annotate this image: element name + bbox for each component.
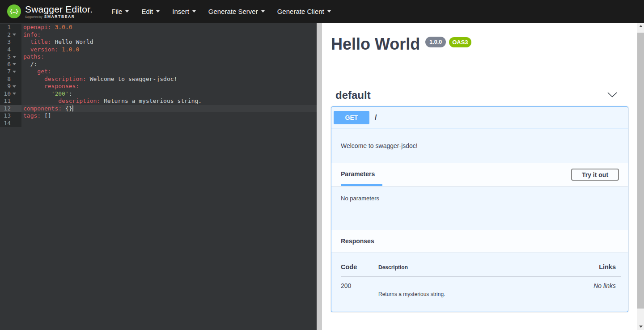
menu-item[interactable]: File <box>111 8 129 15</box>
code-token-plain <box>23 83 44 89</box>
editor-gutter-cell[interactable]: 3 <box>0 38 21 46</box>
editor-gutter-cell[interactable]: 5 <box>0 53 21 61</box>
tag-name: default <box>331 89 371 102</box>
editor-gutter-cell[interactable]: 14 <box>0 120 21 127</box>
tag-section-header[interactable]: default <box>331 86 628 104</box>
editor-lines: 1 openapi: 3.0.0 2 info: 3 title: Hello … <box>0 23 317 127</box>
editor-gutter-cell[interactable]: 12 <box>0 105 21 113</box>
editor-line-text: components: {} <box>21 105 317 113</box>
editor-line-text <box>21 120 317 127</box>
editor-gutter-cell[interactable]: 2 <box>0 31 21 39</box>
code-token-plain <box>23 46 30 53</box>
triangle-up-icon <box>639 25 643 27</box>
response-code: 200 <box>341 277 378 289</box>
code-token-key: info: <box>23 31 41 38</box>
responses-table-rows: 200 Returns a mysterious string. No link… <box>341 277 621 297</box>
caret-down-icon <box>125 10 129 13</box>
column-header-description: Description <box>378 264 572 271</box>
operation-path: / <box>375 114 377 122</box>
scrollbar-down-arrow[interactable] <box>637 323 644 330</box>
fold-arrow-icon[interactable] <box>13 56 16 58</box>
api-badges: 1.0.0 OAS3 <box>425 37 471 47</box>
response-row: 200 Returns a mysterious string. No link… <box>341 277 621 297</box>
line-number: 4 <box>7 46 11 54</box>
editor-line[interactable]: 9 responses: <box>0 83 317 90</box>
editor-line[interactable]: 10 '200': <box>0 90 317 98</box>
editor-line[interactable]: 12 components: {} <box>0 105 317 113</box>
editor-line-text: info: <box>21 31 317 39</box>
editor-line-text: title: Hello World <box>21 38 317 46</box>
editor-line-text: paths: <box>21 53 317 61</box>
editor-line[interactable]: 8 description: Welcome to swagger-jsdoc! <box>0 76 317 83</box>
caret-down-icon <box>156 10 160 13</box>
preview-scrollbar[interactable] <box>637 23 644 330</box>
pane-splitter[interactable] <box>317 23 322 330</box>
editor-line-text: '200': <box>21 90 317 98</box>
editor-line-text: description: Returns a mysterious string… <box>21 97 317 105</box>
editor-line[interactable]: 11 description: Returns a mysterious str… <box>0 97 317 105</box>
editor-line-text: tags: [] <box>21 112 317 120</box>
editor-line[interactable]: 7 get: <box>0 68 317 76</box>
menu-item-label: Generate Server <box>208 8 258 15</box>
chevron-down-icon[interactable] <box>607 91 617 99</box>
editor-line-text: get: <box>21 68 317 76</box>
fold-arrow-icon[interactable] <box>13 63 16 65</box>
editor-gutter-cell[interactable]: 9 <box>0 83 21 90</box>
editor-gutter-cell[interactable]: 6 <box>0 61 21 68</box>
editor-line[interactable]: 6 /: <box>0 61 317 68</box>
column-header-links: Links <box>572 263 621 271</box>
editor-line[interactable]: 1 openapi: 3.0.0 <box>0 24 317 31</box>
editor-gutter-cell[interactable]: 7 <box>0 68 21 76</box>
tab-parameters[interactable]: Parameters <box>341 163 382 186</box>
fold-arrow-icon[interactable] <box>13 93 16 95</box>
menu-item-label: Generate Client <box>277 8 324 15</box>
code-token-key: version: <box>30 46 59 53</box>
fold-arrow-icon[interactable] <box>13 71 16 73</box>
try-it-out-button[interactable]: Try it out <box>571 169 619 181</box>
code-token-key: title: <box>30 38 51 45</box>
editor-line[interactable]: 5 paths: <box>0 53 317 61</box>
line-number: 10 <box>4 90 11 98</box>
menu-bar: File Edit Insert Generate Server Generat… <box>111 8 331 15</box>
responses-body: Code Description Links 200 Returns a mys… <box>331 252 628 312</box>
line-number: 12 <box>4 105 11 113</box>
editor-line[interactable]: 14 <box>0 120 317 127</box>
response-description: Returns a mysterious string. <box>378 277 572 297</box>
fold-arrow-icon[interactable] <box>13 34 16 36</box>
menu-item[interactable]: Generate Client <box>277 8 331 15</box>
menu-item[interactable]: Insert <box>172 8 196 15</box>
editor-line[interactable]: 13 tags: [] <box>0 112 317 120</box>
code-token-key: responses: <box>44 83 79 89</box>
code-token-num: 1.0.0 <box>62 46 79 53</box>
editor-line[interactable]: 2 info: <box>0 31 317 39</box>
editor-line-text: responses: <box>21 83 317 90</box>
code-token-str: '200' <box>51 90 69 97</box>
editor-gutter-cell[interactable]: 13 <box>0 112 21 120</box>
menu-item[interactable]: Generate Server <box>208 8 265 15</box>
operation-description-text: Welcome to swagger-jsdoc! <box>341 142 418 149</box>
editor-gutter-cell[interactable]: 10 <box>0 90 21 98</box>
menu-item[interactable]: Edit <box>141 8 160 15</box>
http-method-badge: GET <box>334 111 369 124</box>
editor-gutter-cell[interactable]: 11 <box>0 97 21 105</box>
code-editor[interactable]: 1 openapi: 3.0.0 2 info: 3 title: Hello … <box>0 23 317 330</box>
editor-line[interactable]: 4 version: 1.0.0 <box>0 46 317 54</box>
code-token-plain: Hello World <box>51 38 93 45</box>
editor-gutter-cell[interactable]: 1 <box>0 24 21 31</box>
api-title: Hello World <box>331 34 420 54</box>
caret-down-icon <box>327 10 331 13</box>
editor-gutter-cell[interactable]: 4 <box>0 46 21 54</box>
supported-by-label: Supported by <box>25 15 42 18</box>
editor-gutter-cell[interactable]: 8 <box>0 76 21 83</box>
scrollbar-up-arrow[interactable] <box>637 23 644 30</box>
brand-subtitle: Supported by SMARTBEAR <box>25 14 93 19</box>
line-number: 5 <box>7 53 11 61</box>
editor-line[interactable]: 3 title: Hello World <box>0 38 317 46</box>
scrollbar-thumb[interactable] <box>637 33 644 309</box>
brand-block: Swagger Editor. Supported by SMARTBEAR <box>25 4 93 19</box>
code-token-plain <box>23 90 51 97</box>
column-header-code: Code <box>341 263 378 271</box>
fold-arrow-icon[interactable] <box>13 85 16 88</box>
line-number: 13 <box>4 112 11 120</box>
operation-summary[interactable]: GET / <box>331 107 628 128</box>
